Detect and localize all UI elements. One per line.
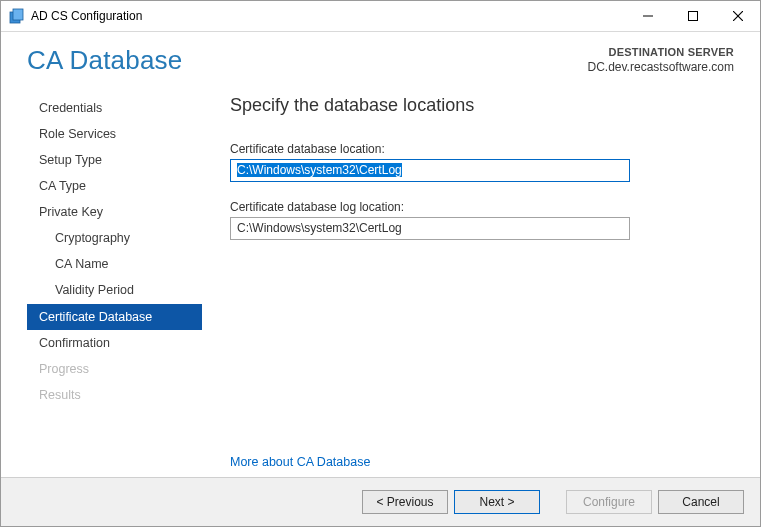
- cancel-button[interactable]: Cancel: [658, 490, 744, 514]
- sidebar-item-certificate-database[interactable]: Certificate Database: [27, 304, 202, 330]
- close-button[interactable]: [715, 1, 760, 31]
- title-bar: AD CS Configuration: [1, 1, 760, 32]
- sidebar-item-validity-period[interactable]: Validity Period: [27, 277, 202, 303]
- footer: < Previous Next > Configure Cancel: [1, 478, 760, 526]
- sidebar: Credentials Role Services Setup Type CA …: [27, 95, 202, 477]
- sidebar-item-role-services[interactable]: Role Services: [27, 121, 202, 147]
- maximize-button[interactable]: [670, 1, 715, 31]
- log-location-input[interactable]: C:\Windows\system32\CertLog: [230, 217, 630, 240]
- svg-rect-1: [13, 9, 23, 20]
- sidebar-item-ca-type[interactable]: CA Type: [27, 173, 202, 199]
- body: Credentials Role Services Setup Type CA …: [1, 75, 760, 477]
- sidebar-item-private-key[interactable]: Private Key: [27, 199, 202, 225]
- sidebar-item-ca-name[interactable]: CA Name: [27, 251, 202, 277]
- db-location-label: Certificate database location:: [230, 142, 734, 156]
- db-location-input[interactable]: C:\Windows\system32\CertLog: [230, 159, 630, 182]
- window-title: AD CS Configuration: [31, 9, 625, 23]
- sidebar-item-results: Results: [27, 382, 202, 408]
- log-location-label: Certificate database log location:: [230, 200, 734, 214]
- destination-block: DESTINATION SERVER DC.dev.recastsoftware…: [588, 46, 735, 74]
- sidebar-item-confirmation[interactable]: Confirmation: [27, 330, 202, 356]
- sidebar-item-cryptography[interactable]: Cryptography: [27, 225, 202, 251]
- destination-label: DESTINATION SERVER: [588, 46, 735, 58]
- content-heading: Specify the database locations: [230, 95, 734, 116]
- sidebar-item-setup-type[interactable]: Setup Type: [27, 147, 202, 173]
- destination-server: DC.dev.recastsoftware.com: [588, 60, 735, 74]
- configure-button: Configure: [566, 490, 652, 514]
- wizard-window: AD CS Configuration CA Database DESTINAT…: [0, 0, 761, 527]
- window-controls: [625, 1, 760, 31]
- minimize-button[interactable]: [625, 1, 670, 31]
- previous-button[interactable]: < Previous: [362, 490, 448, 514]
- header: CA Database DESTINATION SERVER DC.dev.re…: [1, 32, 760, 75]
- svg-rect-3: [688, 12, 697, 21]
- next-button[interactable]: Next >: [454, 490, 540, 514]
- content: Specify the database locations Certifica…: [202, 95, 734, 477]
- more-about-link[interactable]: More about CA Database: [230, 455, 734, 469]
- sidebar-item-progress: Progress: [27, 356, 202, 382]
- page-title: CA Database: [27, 46, 588, 75]
- app-icon: [9, 8, 25, 24]
- sidebar-item-credentials[interactable]: Credentials: [27, 95, 202, 121]
